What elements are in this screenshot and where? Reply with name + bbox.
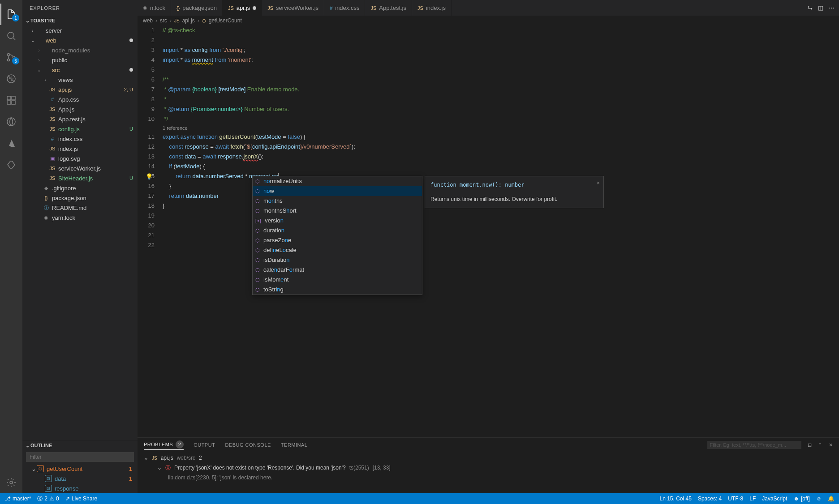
svg-point-0: [8, 32, 14, 38]
tree-item[interactable]: {}package.json: [22, 193, 138, 203]
problem-file[interactable]: ⌄JSapi.jsweb/src2: [144, 453, 833, 463]
svg-rect-7: [12, 101, 15, 104]
tree-item[interactable]: JSconfig.jsU: [22, 124, 138, 134]
editor-tabs: ◉n.lock{}package.jsonJSapi.jsJSserviceWo…: [138, 0, 839, 16]
dirty-indicator: [253, 6, 256, 10]
gear-icon[interactable]: [0, 472, 22, 493]
panel-collapse-icon[interactable]: ⊟: [808, 442, 812, 448]
tree-item[interactable]: ›node_modules: [22, 45, 138, 55]
tree-item[interactable]: ›views: [22, 75, 138, 85]
more-icon[interactable]: ⋯: [829, 4, 835, 11]
problem-sub[interactable]: lib.dom.d.ts[2230, 5]: 'json' is declare…: [144, 473, 833, 483]
outline-filter[interactable]: [26, 452, 134, 462]
tree-item[interactable]: JSApp.test.js: [22, 114, 138, 124]
tree-item[interactable]: JSapi.js2, U: [22, 85, 138, 94]
remote-icon[interactable]: [0, 111, 22, 132]
suggest-item[interactable]: ⬡months: [253, 196, 422, 206]
editor-tab[interactable]: ◉n.lock: [138, 0, 171, 16]
editor-tab[interactable]: #index.css: [324, 0, 365, 16]
extensions-icon[interactable]: [0, 90, 22, 111]
status-liveshare[interactable]: ↗ Live Share: [65, 495, 97, 502]
sidebar: EXPLORER ⌄TOAST'RE ›server⌄web›node_modu…: [22, 0, 138, 493]
suggest-item[interactable]: ⬡defineLocale: [253, 245, 422, 255]
liveshare-icon[interactable]: [0, 154, 22, 175]
status-feedback[interactable]: ☻ [off]: [793, 495, 809, 502]
status-bell-icon[interactable]: 🔔: [828, 495, 835, 502]
split-icon[interactable]: ◫: [818, 4, 823, 11]
activity-bar: 1 5: [0, 0, 22, 493]
tree-item[interactable]: ◆.gitignore: [22, 183, 138, 193]
azure-icon[interactable]: [0, 132, 22, 154]
tree-item[interactable]: JSserviceWorker.js: [22, 163, 138, 173]
tree-item[interactable]: ◉yarn.lock: [22, 213, 138, 222]
suggest-item[interactable]: ⬡parseZone: [253, 235, 422, 245]
suggest-widget[interactable]: ⬡normalizeUnits⬡now⬡months⬡monthsShort[∘…: [252, 176, 422, 295]
breadcrumb-item[interactable]: getUserCount: [209, 17, 242, 24]
status-eol[interactable]: LF: [749, 495, 756, 502]
panel-tab[interactable]: PROBLEMS 2: [144, 440, 184, 450]
status-smile-icon[interactable]: ☺: [816, 495, 822, 502]
svg-point-1: [8, 54, 10, 56]
outline-header[interactable]: ⌄OUTLINE: [22, 440, 138, 450]
tree-item[interactable]: ›public: [22, 55, 138, 65]
editor-tab[interactable]: JSindex.js: [412, 0, 452, 16]
suggest-item[interactable]: ⬡duration: [253, 226, 422, 235]
status-errors[interactable]: ⓧ 2 ⚠ 0: [37, 495, 59, 503]
suggest-item[interactable]: ⬡toString: [253, 285, 422, 295]
outline-item[interactable]: ⊡response: [22, 483, 138, 493]
suggest-item[interactable]: ⬡now: [253, 186, 422, 196]
close-icon[interactable]: ×: [597, 178, 600, 188]
search-icon[interactable]: [0, 25, 22, 47]
editor-tab[interactable]: JSapi.js: [223, 0, 262, 16]
tree-item[interactable]: ⌄web: [22, 35, 138, 45]
explorer-badge: 1: [12, 14, 19, 21]
suggest-item[interactable]: [∘]version: [253, 216, 422, 226]
tree-item[interactable]: ⓘREADME.md: [22, 203, 138, 213]
breadcrumb-item[interactable]: src: [160, 17, 167, 24]
explorer-icon[interactable]: 1: [0, 4, 22, 25]
project-header[interactable]: ⌄TOAST'RE: [22, 16, 138, 26]
tree-item[interactable]: #index.css: [22, 134, 138, 144]
suggest-item[interactable]: ⬡normalizeUnits: [253, 176, 422, 186]
breadcrumbs[interactable]: web›src›JSapi.js›⬡getUserCount: [138, 16, 839, 26]
breadcrumb-item[interactable]: web: [143, 17, 153, 24]
tree-item[interactable]: JSSiteHeader.jsU: [22, 173, 138, 183]
debug-icon[interactable]: [0, 68, 22, 90]
suggest-item[interactable]: ⬡monthsShort: [253, 206, 422, 216]
breadcrumb-item[interactable]: api.js: [182, 17, 195, 24]
problems-filter[interactable]: [707, 441, 801, 449]
panel-tab[interactable]: TERMINAL: [281, 442, 308, 448]
tree-item[interactable]: ▣logo.svg: [22, 154, 138, 163]
editor-tab[interactable]: {}package.json: [171, 0, 223, 16]
status-spaces[interactable]: Spaces: 4: [698, 495, 722, 502]
outline-item[interactable]: ⌄⬡getUserCount1: [22, 464, 138, 474]
tree-item[interactable]: #App.css: [22, 94, 138, 104]
tree-item[interactable]: ⌄src: [22, 65, 138, 75]
tree-item[interactable]: JSApp.js: [22, 104, 138, 114]
panel-tab[interactable]: DEBUG CONSOLE: [225, 442, 271, 448]
lightbulb-icon[interactable]: 💡: [146, 172, 153, 182]
scm-badge: 5: [12, 57, 19, 64]
scm-icon[interactable]: 5: [0, 47, 22, 68]
svg-rect-8: [12, 96, 15, 100]
editor-tab[interactable]: JSserviceWorker.js: [262, 0, 324, 16]
tree-item[interactable]: ›server: [22, 26, 138, 35]
suggest-item[interactable]: ⬡isMoment: [253, 275, 422, 285]
status-lang[interactable]: JavaScript: [762, 495, 787, 502]
svg-point-9: [7, 118, 15, 126]
status-encoding[interactable]: UTF-8: [728, 495, 743, 502]
panel-tab[interactable]: OUTPUT: [194, 442, 215, 448]
problem-item[interactable]: ⌄ⓧProperty 'jsonX' does not exist on typ…: [144, 463, 833, 473]
compare-icon[interactable]: ⇆: [808, 4, 813, 11]
status-cursor[interactable]: Ln 15, Col 45: [659, 495, 691, 502]
code-editor[interactable]: 12345678910111213141516171819202122 // @…: [138, 26, 839, 437]
suggest-item[interactable]: ⬡isDuration: [253, 255, 422, 265]
status-branch[interactable]: ⎇ master*: [4, 495, 31, 502]
panel-close-icon[interactable]: ✕: [829, 442, 833, 448]
outline-item[interactable]: ⊡data1: [22, 474, 138, 483]
editor-tab[interactable]: JSApp.test.js: [365, 0, 412, 16]
svg-rect-5: [7, 96, 11, 100]
tree-item[interactable]: JSindex.js: [22, 144, 138, 154]
suggest-item[interactable]: ⬡calendarFormat: [253, 265, 422, 275]
panel-up-icon[interactable]: ⌃: [818, 442, 822, 448]
